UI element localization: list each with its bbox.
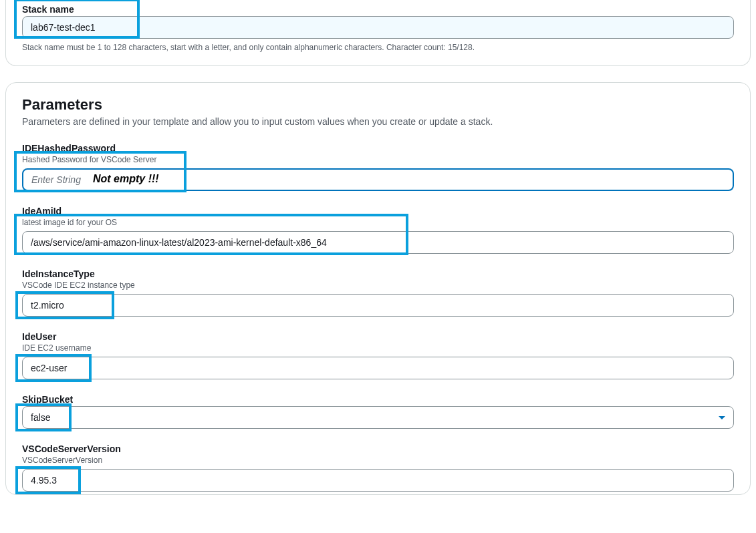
ide-instance-type-desc: VSCode IDE EC2 instance type [22,281,734,290]
param-vscode-server-version: VSCodeServerVersion VSCodeServerVersion [22,443,734,492]
ide-hashed-password-label: IDEHashedPassword [22,143,734,154]
vscode-server-version-desc: VSCodeServerVersion [22,456,734,465]
param-ide-ami-id: IdeAmiId latest image id for your OS [22,206,734,254]
param-skip-bucket: SkipBucket false [22,394,734,429]
ide-ami-id-input[interactable] [22,231,734,254]
ide-instance-type-input[interactable] [22,294,734,317]
ide-user-desc: IDE EC2 username [22,343,734,353]
ide-ami-id-desc: latest image id for your OS [22,218,734,227]
param-ide-hashed-password: IDEHashedPassword Hashed Password for VS… [22,143,734,191]
ide-instance-type-label: IdeInstanceType [22,269,734,279]
ide-ami-id-label: IdeAmiId [22,206,734,216]
stack-name-constraint: Stack name must be 1 to 128 characters, … [22,43,734,52]
skip-bucket-value: false [31,412,51,423]
stack-name-input[interactable] [22,16,734,39]
ide-hashed-password-input[interactable] [22,168,734,191]
parameters-title: Parameters [22,96,734,114]
ide-hashed-password-desc: Hashed Password for VSCode Server [22,155,734,164]
vscode-server-version-input[interactable] [22,469,734,492]
param-ide-user: IdeUser IDE EC2 username [22,331,734,379]
vscode-server-version-label: VSCodeServerVersion [22,443,734,454]
ide-user-label: IdeUser [22,331,734,342]
ide-user-input[interactable] [22,357,734,379]
skip-bucket-label: SkipBucket [22,394,734,405]
parameters-description: Parameters are defined in your template … [22,116,734,127]
stack-name-label: Stack name [22,4,734,15]
stack-name-panel: Stack name Stack name must be 1 to 128 c… [5,0,751,66]
skip-bucket-select[interactable]: false [22,406,734,429]
param-ide-instance-type: IdeInstanceType VSCode IDE EC2 instance … [22,269,734,317]
parameters-panel: Parameters Parameters are defined in you… [5,82,751,495]
